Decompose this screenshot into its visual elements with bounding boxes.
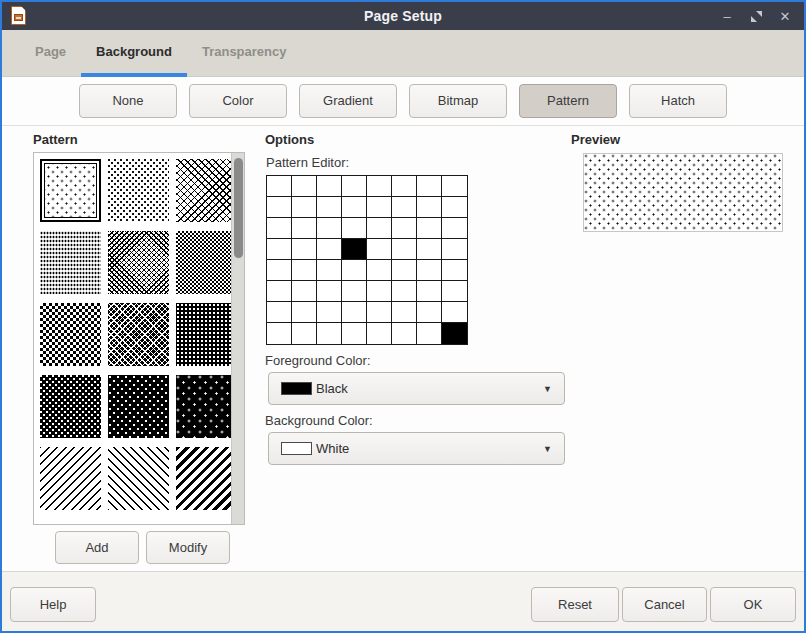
editor-cell-r4-c7[interactable] [442, 260, 467, 281]
editor-cell-r5-c7[interactable] [442, 281, 467, 302]
editor-cell-r3-c7[interactable] [442, 239, 467, 260]
pattern-swatch-white-dots-90[interactable] [108, 375, 169, 438]
editor-cell-r5-c1[interactable] [292, 281, 317, 302]
editor-cell-r1-c6[interactable] [417, 197, 442, 218]
editor-cell-r1-c7[interactable] [442, 197, 467, 218]
pattern-swatch-white-dots-dense-80[interactable] [176, 303, 237, 366]
pattern-swatch-dots-sparse-5[interactable] [40, 159, 101, 222]
pattern-swatch-crosshatch-light-20[interactable] [176, 159, 237, 222]
editor-cell-r6-c2[interactable] [317, 302, 342, 323]
editor-cell-r4-c3[interactable] [342, 260, 367, 281]
editor-cell-r3-c1[interactable] [292, 239, 317, 260]
pattern-swatch-crosshatch-dark-70[interactable] [108, 303, 169, 366]
modify-button[interactable]: Modify [146, 531, 230, 564]
tab-background[interactable]: Background [81, 30, 187, 77]
editor-cell-r2-c6[interactable] [417, 218, 442, 239]
editor-cell-r0-c1[interactable] [292, 176, 317, 197]
help-button[interactable]: Help [10, 587, 96, 622]
editor-cell-r4-c5[interactable] [392, 260, 417, 281]
editor-cell-r3-c4[interactable] [367, 239, 392, 260]
pattern-swatch-dots-10[interactable] [108, 159, 169, 222]
editor-cell-r5-c3[interactable] [342, 281, 367, 302]
tab-page[interactable]: Page [20, 30, 81, 77]
fill-pattern-button[interactable]: Pattern [519, 84, 617, 118]
editor-cell-r5-c6[interactable] [417, 281, 442, 302]
editor-cell-r2-c5[interactable] [392, 218, 417, 239]
pattern-swatch-checker-60[interactable] [40, 303, 101, 366]
editor-cell-r2-c1[interactable] [292, 218, 317, 239]
editor-cell-r6-c0[interactable] [267, 302, 292, 323]
ok-button[interactable]: OK [710, 587, 796, 622]
editor-cell-r6-c3[interactable] [342, 302, 367, 323]
editor-cell-r7-c4[interactable] [367, 323, 392, 344]
editor-cell-r7-c5[interactable] [392, 323, 417, 344]
cancel-button[interactable]: Cancel [622, 587, 707, 622]
editor-cell-r1-c0[interactable] [267, 197, 292, 218]
editor-cell-r5-c2[interactable] [317, 281, 342, 302]
editor-cell-r3-c3[interactable] [342, 239, 367, 260]
editor-cell-r1-c5[interactable] [392, 197, 417, 218]
editor-cell-r2-c3[interactable] [342, 218, 367, 239]
editor-cell-r5-c4[interactable] [367, 281, 392, 302]
editor-cell-r6-c5[interactable] [392, 302, 417, 323]
editor-cell-r6-c1[interactable] [292, 302, 317, 323]
editor-cell-r0-c7[interactable] [442, 176, 467, 197]
editor-cell-r4-c4[interactable] [367, 260, 392, 281]
scrollbar-thumb[interactable] [234, 158, 243, 258]
pattern-swatch-diagonal-thin-down[interactable] [40, 447, 101, 510]
reset-button[interactable]: Reset [531, 587, 619, 622]
fill-hatch-button[interactable]: Hatch [629, 84, 727, 118]
editor-cell-r4-c2[interactable] [317, 260, 342, 281]
editor-cell-r0-c5[interactable] [392, 176, 417, 197]
editor-cell-r6-c7[interactable] [442, 302, 467, 323]
editor-cell-r7-c2[interactable] [317, 323, 342, 344]
fill-color-button[interactable]: Color [189, 84, 287, 118]
editor-cell-r3-c0[interactable] [267, 239, 292, 260]
editor-cell-r0-c2[interactable] [317, 176, 342, 197]
editor-cell-r0-c3[interactable] [342, 176, 367, 197]
editor-cell-r1-c3[interactable] [342, 197, 367, 218]
fill-bitmap-button[interactable]: Bitmap [409, 84, 507, 118]
pattern-list-scrollbar[interactable] [231, 153, 244, 524]
editor-cell-r0-c4[interactable] [367, 176, 392, 197]
editor-cell-r3-c6[interactable] [417, 239, 442, 260]
editor-cell-r2-c4[interactable] [367, 218, 392, 239]
pattern-swatch-white-dots-85[interactable] [40, 375, 101, 438]
background-color-dropdown[interactable]: White ▼ [268, 432, 565, 465]
fill-gradient-button[interactable]: Gradient [299, 84, 397, 118]
pattern-swatch-crosshatch-medium-40[interactable] [108, 231, 169, 294]
pattern-swatch-checker-fine-50[interactable] [176, 231, 237, 294]
editor-cell-r7-c6[interactable] [417, 323, 442, 344]
editor-cell-r2-c0[interactable] [267, 218, 292, 239]
tab-transparency[interactable]: Transparency [187, 30, 302, 77]
editor-cell-r2-c2[interactable] [317, 218, 342, 239]
editor-cell-r4-c0[interactable] [267, 260, 292, 281]
editor-cell-r5-c5[interactable] [392, 281, 417, 302]
editor-cell-r3-c5[interactable] [392, 239, 417, 260]
editor-cell-r7-c0[interactable] [267, 323, 292, 344]
editor-cell-r6-c4[interactable] [367, 302, 392, 323]
close-icon[interactable]: ✕ [778, 9, 792, 23]
pattern-swatch-dots-dense-30[interactable] [40, 231, 101, 294]
pattern-swatch-white-dots-sparse-95[interactable] [176, 375, 237, 438]
editor-cell-r2-c7[interactable] [442, 218, 467, 239]
pattern-swatch-diagonal-bold-down[interactable] [176, 447, 237, 510]
editor-cell-r3-c2[interactable] [317, 239, 342, 260]
editor-cell-r1-c1[interactable] [292, 197, 317, 218]
add-button[interactable]: Add [55, 531, 139, 564]
restore-icon[interactable] [749, 9, 763, 23]
editor-cell-r7-c7[interactable] [442, 323, 467, 344]
editor-cell-r7-c3[interactable] [342, 323, 367, 344]
pattern-swatch-diagonal-thin-up[interactable] [108, 447, 169, 510]
editor-cell-r5-c0[interactable] [267, 281, 292, 302]
editor-cell-r1-c4[interactable] [367, 197, 392, 218]
editor-cell-r4-c1[interactable] [292, 260, 317, 281]
editor-cell-r0-c6[interactable] [417, 176, 442, 197]
editor-cell-r7-c1[interactable] [292, 323, 317, 344]
editor-cell-r0-c0[interactable] [267, 176, 292, 197]
editor-cell-r4-c6[interactable] [417, 260, 442, 281]
minimize-icon[interactable]: – [720, 9, 734, 23]
foreground-color-dropdown[interactable]: Black ▼ [268, 372, 565, 405]
fill-none-button[interactable]: None [79, 84, 177, 118]
editor-cell-r6-c6[interactable] [417, 302, 442, 323]
